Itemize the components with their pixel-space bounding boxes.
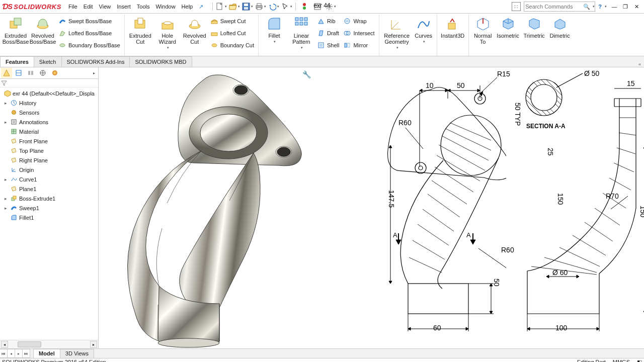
tree-item-boss-extrude1[interactable]: ▸Boss-Extrude1 <box>1 194 98 203</box>
tree-item-fillet1[interactable]: Fillet1 <box>1 213 98 222</box>
tree-item-top-plane[interactable]: Top Plane <box>1 146 98 155</box>
new-icon[interactable]: ▾ <box>215 1 227 12</box>
fm-appearance-tab-icon[interactable] <box>49 68 60 78</box>
print-icon[interactable]: ▾ <box>255 1 267 12</box>
menu-pin-icon[interactable]: ↗ <box>196 0 206 13</box>
expand-icon[interactable]: ▸ <box>3 196 9 201</box>
intersect-button[interactable]: Intersect <box>341 28 376 39</box>
extruded-cut-button[interactable]: Extruded Cut <box>127 15 154 46</box>
fm-dim-tab-icon[interactable] <box>37 68 48 78</box>
select-icon[interactable]: ▾ <box>281 1 293 12</box>
search-input[interactable] <box>524 4 582 10</box>
menu-insert[interactable]: Insert <box>114 0 134 13</box>
tree-item-annotations[interactable]: ▸Annotations <box>1 117 98 127</box>
search-commands[interactable]: 🔍 ▾ <box>524 2 595 12</box>
extruded-boss-button[interactable]: Extruded Boss/Base <box>2 15 29 46</box>
collapse-ribbon-icon[interactable]: « <box>638 62 641 67</box>
dimetric-button[interactable]: Dimetric <box>547 15 573 40</box>
expand-icon[interactable]: ▸ <box>3 206 9 211</box>
wrap-button[interactable]: Wrap <box>341 16 376 27</box>
status-bar: SOLIDWORKS Premium 2016 x64 Edition ◧ MM… <box>0 358 644 362</box>
section-a-left: A <box>393 231 397 239</box>
swept-cut-button[interactable]: Swept Cut <box>208 16 256 27</box>
undo-icon[interactable]: ▾ <box>268 1 280 12</box>
tree-item-curve1[interactable]: ▸Curve1 <box>1 174 98 184</box>
fm-expand-arrows-icon[interactable]: ▸ <box>93 71 97 75</box>
boundary-boss-button[interactable]: Boundary Boss/Base <box>56 40 122 51</box>
tree-item-material-not-specified-[interactable]: Material <box>1 127 98 136</box>
trimetric-button[interactable]: Trimetric <box>521 15 547 40</box>
svg-point-124 <box>531 84 557 111</box>
nav-prev-icon[interactable]: ◂ <box>7 349 15 358</box>
search-dropdown-icon[interactable]: ▾ <box>593 5 595 9</box>
menu-help[interactable]: Help <box>179 0 196 13</box>
restore-button[interactable]: ❐ <box>620 2 630 11</box>
tree-item-right-plane[interactable]: Right Plane <box>1 155 98 165</box>
lofted-boss-button[interactable]: Lofted Boss/Base <box>56 28 122 39</box>
nav-first-icon[interactable]: ⏮ <box>0 349 8 358</box>
reference-geometry-button[interactable]: Reference Geometry▾ <box>381 15 413 52</box>
model-tab-nav[interactable]: ⏮ ◂ ▸ ⏭ <box>0 349 30 358</box>
status-units[interactable]: MMGS <box>613 358 630 362</box>
document-title: exr 44 <box>313 2 330 9</box>
tab-features[interactable]: Features <box>0 56 34 67</box>
revolved-cut-button[interactable]: Revolved Cut <box>181 15 208 46</box>
tree-item-history[interactable]: ▸History <box>1 98 98 108</box>
tab-addins[interactable]: SOLIDWORKS Add-Ins <box>61 56 130 67</box>
linear-pattern-button[interactable]: Linear Pattern▾ <box>288 15 315 52</box>
instant3d-button[interactable]: Instant3D <box>439 15 466 40</box>
help-icon[interactable]: ? <box>598 4 602 10</box>
menu-tools[interactable]: Tools <box>134 0 153 13</box>
fm-filter-row[interactable] <box>0 79 98 87</box>
graphics-viewport[interactable]: 🔧 <box>99 67 644 348</box>
isometric-button[interactable]: Isometric <box>495 15 521 40</box>
close-button[interactable]: ✕ <box>631 2 641 11</box>
nav-next-icon[interactable]: ▸ <box>15 349 23 358</box>
expand-icon[interactable]: ▸ <box>3 177 9 182</box>
tree-item-front-plane[interactable]: Front Plane <box>1 136 98 146</box>
save-icon[interactable]: ▾ <box>242 1 254 12</box>
draft-button[interactable]: Draft <box>315 28 341 39</box>
tree-item-sensors[interactable]: Sensors <box>1 108 98 117</box>
rib-button[interactable]: Rib <box>315 16 341 27</box>
menu-edit[interactable]: Edit <box>80 0 96 13</box>
tab-sketch[interactable]: Sketch <box>34 56 62 67</box>
nav-last-icon[interactable]: ⏭ <box>22 349 30 358</box>
status-custom-icon[interactable]: ◧ <box>637 358 642 362</box>
tree-item-sweep1[interactable]: ▸Sweep1 <box>1 203 98 213</box>
tree-root[interactable]: exr 44 (Default<<Default>_Displa <box>1 88 98 98</box>
scroll-thumb[interactable] <box>18 341 41 347</box>
expand-icon[interactable]: ▸ <box>3 120 9 125</box>
tab-3d-views[interactable]: 3D Views <box>60 349 94 358</box>
boundary-cut-button[interactable]: Boundary Cut <box>208 40 256 51</box>
minimize-button[interactable]: — <box>609 2 619 11</box>
scroll-left-icon[interactable]: ◂ <box>1 341 8 348</box>
fm-property-tab-icon[interactable] <box>13 68 24 78</box>
tab-model[interactable]: Model <box>33 349 60 358</box>
menu-window[interactable]: Window <box>152 0 178 13</box>
lofted-cut-button[interactable]: Lofted Cut <box>208 28 256 39</box>
open-icon[interactable]: ▾ <box>228 1 240 12</box>
fillet-button[interactable]: Fillet▾ <box>261 15 288 46</box>
search-icon[interactable]: 🔍 <box>582 4 592 10</box>
tree-item-plane1[interactable]: Plane1 <box>1 184 98 194</box>
scroll-right-icon[interactable]: ▸ <box>90 341 97 348</box>
fm-config-tab-icon[interactable] <box>25 68 36 78</box>
sw-resources-icon[interactable]: ⸬ <box>512 2 521 11</box>
swept-boss-button[interactable]: Swept Boss/Base <box>56 16 122 27</box>
curve-icon <box>10 175 18 183</box>
menu-view[interactable]: View <box>96 0 114 13</box>
shell-button[interactable]: Shell <box>315 40 341 51</box>
curves-button[interactable]: Curves▾ <box>413 15 435 46</box>
tree-scrollbar[interactable]: ◂ ▸ <box>0 340 98 348</box>
menu-file[interactable]: File <box>65 0 80 13</box>
normal-to-button[interactable]: Normal To <box>471 15 495 46</box>
tree-item-origin[interactable]: Origin <box>1 165 98 174</box>
expand-icon[interactable]: ▸ <box>3 101 9 106</box>
fm-tree-tab-icon[interactable] <box>1 68 12 78</box>
hole-wizard-button[interactable]: Hole Wizard▾ <box>154 15 181 52</box>
mirror-button[interactable]: Mirror <box>341 40 376 51</box>
rebuild-icon[interactable] <box>298 1 310 12</box>
tab-mbd[interactable]: SOLIDWORKS MBD <box>129 56 192 67</box>
revolved-boss-button[interactable]: Revolved Boss/Base <box>29 15 56 46</box>
